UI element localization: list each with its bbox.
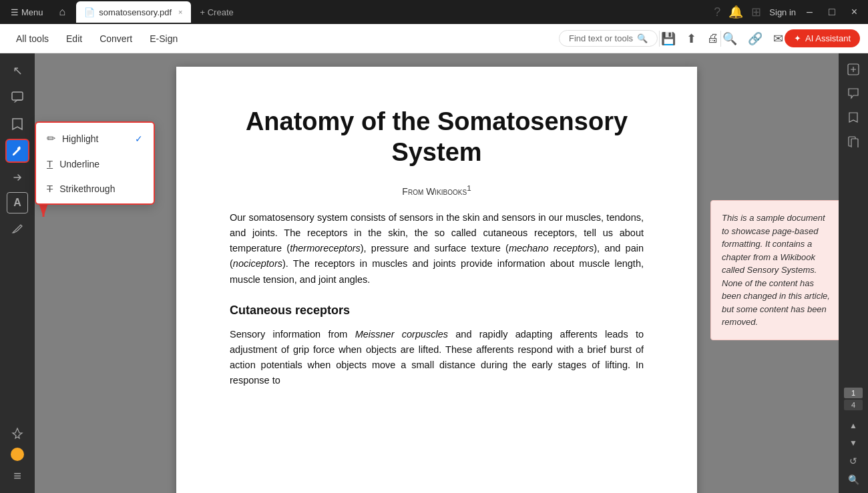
right-sidebar-comment[interactable] (843, 83, 864, 104)
close-button[interactable]: × (846, 5, 863, 19)
active-tab[interactable]: 📄 somatosensory.pdf × (76, 1, 190, 23)
link-icon[interactable]: 🔗 (748, 31, 763, 46)
page-number-4: 4 (844, 400, 863, 410)
email-icon[interactable]: ✉ (773, 31, 783, 46)
menu-bar: All tools Edit Convert E-Sign Find text … (0, 24, 868, 53)
minimize-button[interactable]: – (801, 5, 818, 19)
pdf-author: From Wikibooks1 (230, 183, 644, 197)
pdf-body: Our somatosensory system consists of sen… (230, 210, 644, 388)
divider-2 (720, 31, 721, 47)
sidebar-item-highlight[interactable] (5, 139, 29, 163)
convert-menu[interactable]: Convert (91, 29, 140, 48)
hamburger-icon: ☰ (11, 7, 19, 17)
pdf-area[interactable]: Anatomy of the Somatosensory System From… (35, 53, 839, 493)
tab-group: 📄 somatosensory.pdf × + Create (76, 1, 708, 23)
sidebar-item-arrow[interactable] (5, 165, 29, 189)
color-dot[interactable] (11, 448, 24, 461)
toolbar-icons-2: 🔍 🔗 ✉ (722, 31, 783, 46)
highlight-dropdown: ✏ Highlight ✓ T Underline T Strikethroug… (35, 121, 155, 205)
zoom-icon[interactable]: 🔍 (722, 31, 737, 46)
sign-in-button[interactable]: Sign in (769, 7, 796, 17)
divider-1 (659, 31, 660, 47)
highlight-label: Highlight (62, 133, 98, 144)
ai-icon: ✦ (794, 33, 801, 43)
underline-menu-icon: T (47, 158, 53, 169)
title-bar-right: ? 🔔 ⊞ Sign in (714, 5, 796, 19)
print-icon[interactable]: 🖨 (707, 31, 719, 45)
pdf-side-note: This is a sample document to showcase pa… (710, 200, 839, 340)
ai-assistant-button[interactable]: ✦ AI Assistant (785, 29, 860, 47)
help-icon[interactable]: ? (714, 5, 720, 19)
create-label: + Create (200, 7, 234, 17)
search-label: Find text or tools (569, 33, 633, 43)
home-button[interactable]: ⌂ (54, 3, 71, 21)
menu-button[interactable]: ☰ Menu (5, 5, 49, 20)
dropdown-underline[interactable]: T Underline (36, 151, 154, 176)
section1-heading: Cutaneous receptors (230, 301, 644, 320)
window-controls: – □ × (801, 5, 863, 19)
tab-close-button[interactable]: × (178, 8, 182, 16)
esign-menu[interactable]: E-Sign (142, 29, 186, 48)
svg-rect-0 (12, 92, 23, 100)
scroll-up-button[interactable]: ▲ (847, 418, 860, 433)
strikethrough-menu-icon: T (47, 183, 53, 194)
zoom-out-button[interactable]: 🔍 (845, 472, 862, 488)
refresh-button[interactable]: ↺ (847, 453, 860, 469)
save-cloud-icon[interactable]: 💾 (661, 31, 676, 46)
menu-label: Menu (21, 7, 43, 17)
scroll-down-button[interactable]: ▼ (847, 436, 860, 450)
sidebar-item-cursor[interactable]: ↖ (5, 59, 29, 83)
svg-rect-5 (851, 139, 858, 147)
apps-icon[interactable]: ⊞ (751, 5, 761, 19)
check-icon: ✓ (135, 133, 143, 144)
ai-label: AI Assistant (805, 33, 851, 43)
dropdown-highlight[interactable]: ✏ Highlight ✓ (36, 125, 154, 151)
sidebar-item-text[interactable]: A (7, 192, 28, 213)
maximize-button[interactable]: □ (823, 5, 841, 19)
dropdown-strikethrough[interactable]: T Strikethrough (36, 176, 154, 201)
section1-paragraph: Sensory information from Meissner corpus… (230, 327, 644, 389)
intro-paragraph: Our somatosensory system consists of sen… (230, 210, 644, 288)
sidebar-item-bookmark[interactable] (5, 112, 29, 136)
right-sidebar-bookmark[interactable] (843, 107, 864, 128)
sidebar-item-pin[interactable] (5, 421, 29, 445)
create-tab-button[interactable]: + Create (194, 5, 240, 20)
underline-label: Underline (59, 159, 99, 169)
notification-icon[interactable]: 🔔 (728, 5, 743, 19)
strikethrough-label: Strikethrough (59, 183, 115, 194)
tab-label: somatosensory.pdf (99, 7, 172, 17)
author-text: From Wikibooks1 (402, 186, 471, 197)
home-icon: ⌂ (59, 6, 66, 17)
highlight-menu-icon: ✏ (47, 132, 55, 145)
title-bar: ☰ Menu ⌂ 📄 somatosensory.pdf × + Create … (0, 0, 868, 24)
alltools-menu[interactable]: All tools (8, 29, 57, 48)
toolbar-icons: 💾 ⬆ 🖨 (661, 31, 719, 46)
pdf-title: Anatomy of the Somatosensory System (230, 107, 644, 167)
sidebar-item-comment[interactable] (5, 85, 29, 109)
left-sidebar: ↖ A ≡ (0, 53, 35, 493)
sidebar-item-draw[interactable] (5, 216, 29, 240)
pdf-page: Anatomy of the Somatosensory System From… (176, 67, 697, 493)
search-bar[interactable]: Find text or tools 🔍 (559, 30, 658, 47)
sidebar-item-hamburger[interactable]: ≡ (5, 464, 29, 488)
search-icon: 🔍 (637, 33, 648, 43)
right-sidebar-pages[interactable] (843, 131, 864, 152)
main-area: ↖ A ≡ ✏ Highlight ✓ T (0, 53, 868, 493)
edit-menu[interactable]: Edit (58, 29, 90, 48)
upload-icon[interactable]: ⬆ (686, 31, 696, 46)
page-number-1: 1 (844, 388, 863, 398)
right-sidebar-share[interactable] (843, 59, 864, 80)
right-sidebar: 1 4 ▲ ▼ ↺ 🔍 (839, 53, 868, 493)
file-icon: 📄 (84, 7, 95, 17)
